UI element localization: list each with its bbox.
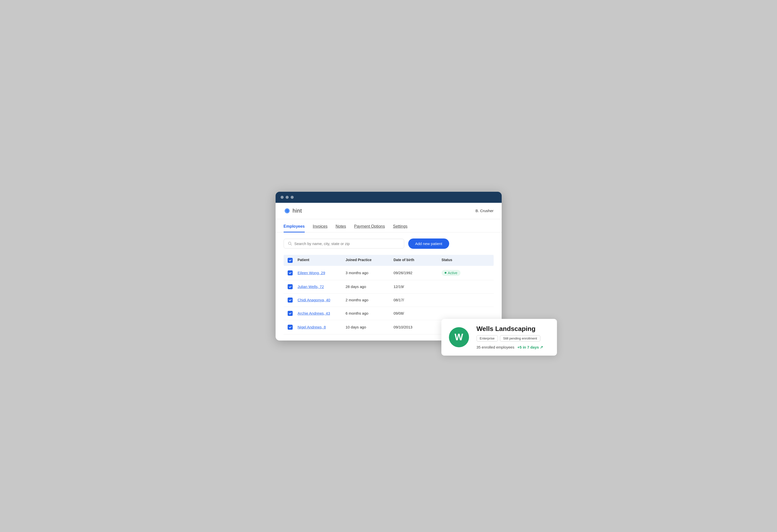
logo: hint (284, 207, 302, 214)
tab-invoices[interactable]: Invoices (313, 220, 328, 232)
tooltip-stats: 35 enrolled employees +5 in 7 days ↗ (476, 345, 550, 349)
search-input[interactable] (295, 241, 400, 246)
tab-payment-options[interactable]: Payment Options (354, 220, 385, 232)
status-label: Active (448, 271, 457, 275)
col-header-status: Status (442, 258, 489, 263)
enrolled-count: 35 enrolled employees (476, 345, 515, 349)
row-checkbox[interactable] (288, 298, 298, 303)
company-avatar-letter: W (455, 332, 463, 342)
company-avatar-area: W (441, 325, 476, 349)
row-checkbox[interactable] (288, 311, 298, 316)
table-row: Chidi Anagonya, 40 2 months ago 08/17/ (284, 294, 493, 307)
joined-date: 28 days ago (346, 285, 394, 289)
add-patient-button[interactable]: Add new patient (408, 238, 449, 249)
patient-name-link[interactable]: Chidi Anagonya, 40 (298, 298, 346, 302)
date-of-birth: 08/17/ (394, 298, 442, 302)
row-checkbox[interactable] (288, 325, 298, 330)
col-header-joined: Joined Practice (346, 258, 394, 263)
table-row: Julian Wells, 72 28 days ago 12/19/ (284, 280, 493, 294)
user-name: B. Crusher (475, 209, 493, 213)
date-of-birth: 09/26/1992 (394, 271, 442, 275)
company-tooltip-card: W Wells Landscaping Enterprise Still pen… (441, 319, 557, 355)
patient-name-link[interactable]: Archie Andrews, 43 (298, 311, 346, 315)
patient-name-link[interactable]: Julian Wells, 72 (298, 285, 346, 289)
nav-tabs: Employees Invoices Notes Payment Options… (275, 220, 502, 232)
table-row: Archie Andrews, 43 6 months ago 09/08/ (284, 307, 493, 320)
tab-settings[interactable]: Settings (393, 220, 408, 232)
search-row: Add new patient (284, 238, 493, 249)
growth-text: +5 in 7 days ↗ (518, 345, 543, 349)
col-header-checkbox (288, 258, 298, 263)
badge-enterprise: Enterprise (476, 335, 498, 341)
tooltip-badges: Enterprise Still pending enrollment (476, 335, 550, 341)
table-row: Eileen Wong, 29 3 months ago 09/26/1992 … (284, 266, 493, 280)
joined-date: 3 months ago (346, 271, 394, 275)
traffic-light-maximize[interactable] (291, 196, 294, 199)
company-avatar: W (449, 327, 469, 347)
patient-name-link[interactable]: Nigel Andrews, 8 (298, 325, 346, 329)
traffic-light-minimize[interactable] (286, 196, 289, 199)
company-name: Wells Landscaping (476, 325, 550, 333)
date-of-birth: 12/19/ (394, 285, 442, 289)
browser-titlebar (275, 192, 502, 203)
status-dot (445, 272, 446, 274)
table-header: Patient Joined Practice Date of birth St… (284, 255, 493, 266)
joined-date: 2 months ago (346, 298, 394, 302)
row-checkbox[interactable] (288, 271, 298, 276)
date-of-birth: 09/08/ (394, 311, 442, 315)
joined-date: 6 months ago (346, 311, 394, 315)
traffic-light-close[interactable] (281, 196, 284, 199)
row-checkbox[interactable] (288, 284, 298, 289)
col-header-patient: Patient (298, 258, 346, 263)
status-badge: Active (442, 270, 489, 276)
patient-name-link[interactable]: Eileen Wong, 29 (298, 271, 346, 275)
search-box (284, 239, 404, 248)
badge-pending: Still pending enrollment (500, 335, 540, 341)
top-bar: hint B. Crusher (275, 203, 502, 219)
tab-notes[interactable]: Notes (336, 220, 346, 232)
tab-employees[interactable]: Employees (284, 220, 305, 232)
logo-icon (284, 207, 291, 214)
date-of-birth: 09/10/2013 (394, 325, 442, 329)
svg-line-1 (291, 244, 292, 245)
tooltip-info: Wells Landscaping Enterprise Still pendi… (476, 325, 550, 349)
search-icon (288, 241, 292, 245)
col-header-dob: Date of birth (394, 258, 442, 263)
logo-text: hint (293, 208, 302, 214)
joined-date: 10 days ago (346, 325, 394, 329)
select-all-checkbox[interactable] (288, 258, 293, 263)
